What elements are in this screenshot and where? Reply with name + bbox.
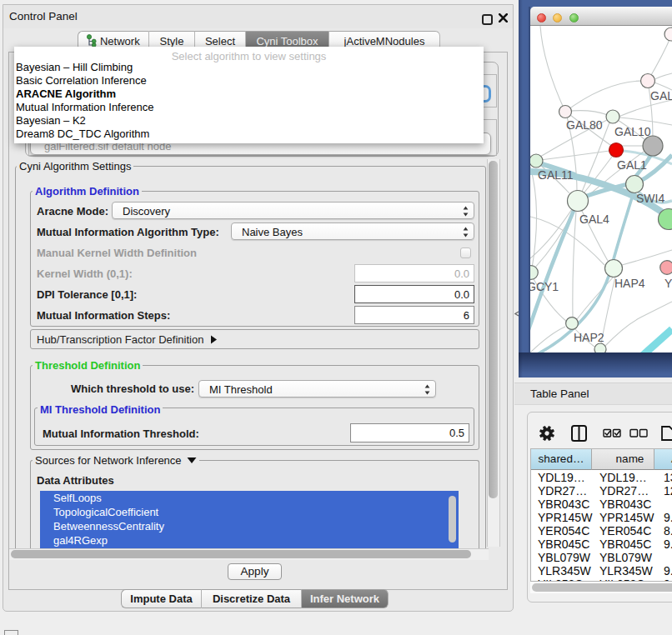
svg-text:HAP4: HAP4: [614, 277, 645, 290]
svg-text:GAL11: GAL11: [538, 168, 574, 182]
svg-text:SWI4: SWI4: [636, 192, 664, 205]
svg-text:GAL10: GAL10: [614, 125, 651, 138]
svg-text:HAP2: HAP2: [574, 331, 604, 344]
svg-text:GAL1: GAL1: [617, 158, 647, 172]
svg-text:GCY1: GCY1: [530, 280, 559, 293]
svg-text:GAL4: GAL4: [579, 212, 609, 226]
svg-text:GAL80: GAL80: [566, 118, 603, 132]
svg-text:GAL2: GAL2: [650, 89, 672, 102]
svg-text:YJ: YJ: [664, 277, 672, 290]
